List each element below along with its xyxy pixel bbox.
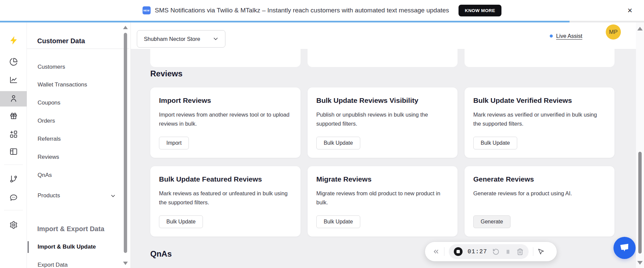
main-content: Shubham Nector Store Live Assist MP Revi… [131, 22, 636, 268]
sidebar-item-reviews[interactable]: Reviews [38, 153, 59, 161]
banner-close-icon[interactable]: ✕ [627, 7, 633, 14]
sidebar-item-products[interactable]: Products [38, 192, 60, 200]
migrate-bulk-update-button[interactable]: Bulk Update [316, 215, 360, 228]
user-icon [9, 94, 18, 104]
card-bulk-update-featured-reviews: Bulk Update Featured Reviews Mark review… [150, 166, 301, 237]
bulk-update-featured-button[interactable]: Bulk Update [159, 215, 203, 228]
sidebar-item-export-data[interactable]: Export Data [38, 261, 68, 268]
rail-divider [4, 210, 23, 210]
partial-card [150, 49, 301, 67]
live-status-dot-icon [550, 35, 553, 38]
card-migrate-reviews: Migrate Reviews Migrate reviews from old… [308, 166, 458, 237]
gear-icon [9, 221, 18, 230]
pie-chart-icon [9, 58, 18, 67]
know-more-button[interactable]: KNOW MORE [459, 5, 502, 16]
chevron-down-icon [212, 36, 219, 42]
rail-item-rewards[interactable] [0, 109, 27, 124]
line-chart-icon [9, 76, 18, 85]
promo-banner: NEW SMS Notifications via Twilio & MTalk… [0, 0, 644, 21]
rail-item-analytics[interactable] [0, 55, 27, 70]
sidebar-scroll-down-arrow[interactable] [123, 262, 128, 265]
live-assist-label: Live Assist [556, 33, 582, 39]
sidebar-item-wallet-transactions[interactable]: Wallet Transactions [38, 81, 87, 89]
card-title: Migrate Reviews [316, 175, 449, 183]
sidebar-scrollbar-thumb[interactable] [124, 33, 127, 253]
card-bulk-update-reviews-visibility: Bulk Update Reviews Visibility Publish o… [308, 87, 458, 158]
card-bulk-update-verified-reviews: Bulk Update Verified Reviews Mark review… [465, 87, 614, 158]
live-assist-link[interactable]: Live Assist [550, 32, 582, 40]
scrollbar-thumb[interactable] [638, 152, 642, 254]
stop-icon [457, 250, 460, 253]
sidebar-item-customers[interactable]: Customers [38, 63, 65, 71]
rail-divider [4, 164, 23, 165]
store-selector-dropdown[interactable]: Shubham Nector Store [137, 30, 225, 48]
toolbar-divider [444, 247, 444, 256]
rail-item-integrations[interactable] [0, 172, 27, 187]
rail-item-customers[interactable] [0, 91, 27, 107]
card-title: Generate Reviews [473, 175, 606, 183]
cursor-icon [538, 248, 545, 255]
pause-recording-button[interactable] [504, 248, 512, 255]
recording-controls-group: 01:27 [449, 244, 529, 259]
sidebar-item-import-bulk-update[interactable]: Import & Bulk Update [38, 243, 96, 251]
store-selector-value: Shubham Nector Store [144, 36, 212, 42]
sidebar-section-title-customer-data: Customer Data [37, 37, 85, 45]
recording-timer: 01:27 [468, 248, 487, 255]
delete-recording-button[interactable] [517, 248, 524, 255]
bulk-update-verified-button[interactable]: Bulk Update [473, 137, 517, 149]
app-logo[interactable] [0, 33, 27, 49]
scroll-down-arrow[interactable] [637, 261, 643, 265]
card-description: Generate reviews for a product using AI. [473, 189, 605, 198]
sidebar-divider [27, 49, 129, 49]
pause-icon [504, 248, 512, 255]
collapse-left-icon[interactable] [432, 248, 440, 255]
recording-toolbar: 01:27 [425, 242, 557, 261]
rail-item-settings[interactable] [0, 218, 27, 233]
partial-card [308, 49, 458, 67]
card-title: Bulk Update Verified Reviews [473, 96, 606, 105]
main-header: Shubham Nector Store Live Assist MP [131, 22, 636, 49]
sidebar-item-referrals[interactable]: Referrals [38, 135, 61, 143]
card-description: Publish or unpublish reviews in bulk usi… [316, 110, 448, 128]
card-import-reviews: Import Reviews Import reviews from anoth… [150, 87, 301, 158]
git-branch-icon [9, 175, 18, 185]
speech-bubble-icon [619, 242, 631, 254]
toolbar-divider [533, 247, 533, 256]
card-generate-reviews: Generate Reviews Generate reviews for a … [465, 166, 614, 237]
restart-icon [492, 248, 499, 255]
rail-item-layout[interactable] [0, 144, 27, 160]
app-frame: Customer Data Customers Wallet Transacti… [0, 22, 644, 268]
sidebar-item-orders[interactable]: Orders [38, 117, 55, 125]
card-title: Import Reviews [159, 96, 292, 105]
card-title: Bulk Update Featured Reviews [159, 175, 292, 183]
card-description: Mark reviews as verified or unverified i… [473, 110, 605, 128]
sidebar: Customer Data Customers Wallet Transacti… [27, 22, 131, 268]
bulk-update-visibility-button[interactable]: Bulk Update [316, 137, 360, 149]
trash-icon [517, 248, 524, 255]
stop-record-button[interactable] [454, 247, 463, 256]
sidebar-item-coupons[interactable]: Coupons [38, 99, 60, 107]
chevron-down-icon [110, 193, 116, 200]
banner-message: SMS Notifications via Twilio & MTalkz – … [155, 7, 449, 14]
import-button[interactable]: Import [159, 137, 189, 149]
sidebar-scroll-up-arrow[interactable] [123, 26, 128, 29]
section-title-reviews: Reviews [150, 69, 182, 78]
card-description: Import reviews from another reviews tool… [159, 110, 290, 128]
rail-item-messages[interactable] [0, 190, 27, 206]
page-scrollbar [636, 22, 644, 268]
section-title-qnas: QnAs [150, 249, 172, 259]
rail-item-widgets[interactable] [0, 127, 27, 142]
gift-icon [9, 112, 18, 122]
new-badge-icon: NEW [143, 6, 151, 14]
generate-button[interactable]: Generate [473, 215, 511, 228]
card-title: Bulk Update Reviews Visibility [316, 96, 449, 105]
avatar[interactable]: MP [606, 24, 621, 40]
cursor-mode-button[interactable] [538, 248, 545, 255]
chat-widget-button[interactable] [613, 237, 636, 259]
restart-recording-button[interactable] [492, 248, 499, 255]
scroll-up-arrow[interactable] [637, 27, 643, 30]
chat-icon [9, 193, 18, 203]
card-description: Migrate reviews from old product to new … [316, 189, 448, 207]
sidebar-item-qnas[interactable]: QnAs [38, 171, 52, 179]
rail-item-reports[interactable] [0, 73, 27, 88]
